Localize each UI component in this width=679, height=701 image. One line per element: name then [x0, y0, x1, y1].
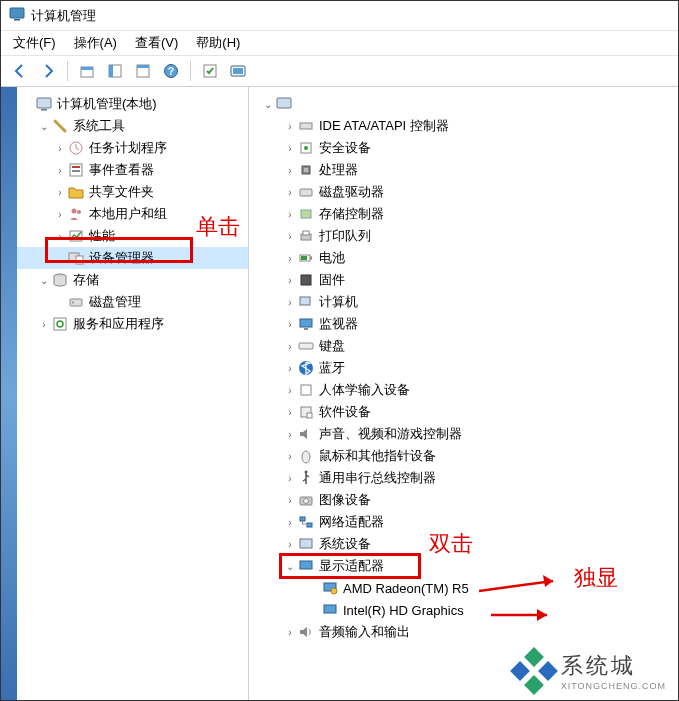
cat-security[interactable]: › 安全设备	[249, 137, 678, 159]
gpu-amd[interactable]: AMD Radeon(TM) R5	[249, 577, 678, 599]
expander-icon[interactable]: ›	[283, 539, 297, 550]
toolbar-separator	[67, 61, 68, 81]
expander-icon[interactable]: ›	[283, 231, 297, 242]
expander-icon[interactable]: ›	[53, 209, 67, 220]
cat-monitors[interactable]: › 监视器	[249, 313, 678, 335]
expander-icon[interactable]: ›	[283, 341, 297, 352]
content-area: 计算机管理(本地) ⌄ 系统工具 ›	[1, 87, 678, 700]
up-button[interactable]	[74, 58, 100, 84]
action-button-2[interactable]	[225, 58, 251, 84]
cat-system-devices[interactable]: › 系统设备	[249, 533, 678, 555]
gpu-icon	[321, 601, 339, 619]
expander-icon[interactable]: ›	[283, 209, 297, 220]
expander-icon[interactable]: ›	[283, 297, 297, 308]
cat-storage-ctrl[interactable]: › 存储控制器	[249, 203, 678, 225]
expander-icon[interactable]: ›	[53, 143, 67, 154]
menu-file[interactable]: 文件(F)	[5, 32, 64, 54]
expander-icon[interactable]: ›	[283, 385, 297, 396]
expander-icon[interactable]: ›	[53, 165, 67, 176]
menu-help[interactable]: 帮助(H)	[188, 32, 248, 54]
svg-rect-36	[301, 210, 311, 218]
svg-text:?: ?	[168, 66, 174, 77]
performance-icon	[67, 227, 85, 245]
cat-network[interactable]: › 网络适配器	[249, 511, 678, 533]
expander-icon[interactable]: ›	[283, 451, 297, 462]
tree-label: 任务计划程序	[89, 139, 167, 157]
tree-local-users[interactable]: › 本地用户和组	[17, 203, 248, 225]
view-button-1[interactable]	[102, 58, 128, 84]
expander-icon[interactable]: ⌄	[37, 121, 51, 132]
tree-label: 系统工具	[73, 117, 125, 135]
expander-icon[interactable]: ›	[283, 165, 297, 176]
gpu-intel[interactable]: Intel(R) HD Graphics	[249, 599, 678, 621]
svg-rect-48	[301, 385, 311, 395]
keyboard-icon	[297, 337, 315, 355]
view-button-2[interactable]	[130, 58, 156, 84]
tree-root[interactable]: 计算机管理(本地)	[17, 93, 248, 115]
tree-services[interactable]: › 服务和应用程序	[17, 313, 248, 335]
tree-shared-folders[interactable]: › 共享文件夹	[17, 181, 248, 203]
tree-device-root[interactable]: ⌄	[249, 93, 678, 115]
tree-label: 计算机	[319, 293, 358, 311]
expander-icon[interactable]: ›	[283, 275, 297, 286]
expander-icon[interactable]: ⌄	[261, 99, 275, 110]
tree-label: AMD Radeon(TM) R5	[343, 581, 469, 596]
tree-label: 安全设备	[319, 139, 371, 157]
cat-sound[interactable]: › 声音、视频和游戏控制器	[249, 423, 678, 445]
cat-disk-drives[interactable]: › 磁盘驱动器	[249, 181, 678, 203]
tree-event-viewer[interactable]: › 事件查看器	[17, 159, 248, 181]
expander-icon[interactable]: ›	[53, 187, 67, 198]
help-button[interactable]: ?	[158, 58, 184, 84]
expander-icon[interactable]: ›	[283, 121, 297, 132]
tree-label: 设备管理器	[89, 249, 154, 267]
expander-icon[interactable]: ›	[283, 473, 297, 484]
cat-print-queues[interactable]: › 打印队列	[249, 225, 678, 247]
cat-display-adapters[interactable]: ⌄ 显示适配器	[249, 555, 678, 577]
svg-rect-0	[10, 8, 24, 18]
tree-task-scheduler[interactable]: › 任务计划程序	[17, 137, 248, 159]
cat-firmware[interactable]: › 固件	[249, 269, 678, 291]
cat-software-devices[interactable]: › 软件设备	[249, 401, 678, 423]
cat-ide[interactable]: › IDE ATA/ATAPI 控制器	[249, 115, 678, 137]
menu-action[interactable]: 操作(A)	[66, 32, 125, 54]
cat-hid[interactable]: › 人体学输入设备	[249, 379, 678, 401]
menu-view[interactable]: 查看(V)	[127, 32, 186, 54]
tree-performance[interactable]: › 性能	[17, 225, 248, 247]
expander-icon[interactable]: ›	[283, 319, 297, 330]
action-button-1[interactable]	[197, 58, 223, 84]
tree-storage[interactable]: ⌄ 存储	[17, 269, 248, 291]
expander-icon[interactable]: ›	[283, 517, 297, 528]
expander-icon[interactable]: ›	[283, 253, 297, 264]
tree-label: 显示适配器	[319, 557, 384, 575]
expander-icon[interactable]: ›	[283, 143, 297, 154]
cat-mice[interactable]: › 鼠标和其他指针设备	[249, 445, 678, 467]
cat-imaging[interactable]: › 图像设备	[249, 489, 678, 511]
cat-audio[interactable]: › 音频输入和输出	[249, 621, 678, 643]
expander-icon[interactable]: ⌄	[283, 561, 297, 572]
cat-batteries[interactable]: › 电池	[249, 247, 678, 269]
expander-icon[interactable]: ›	[283, 407, 297, 418]
svg-rect-14	[41, 109, 47, 111]
forward-button[interactable]	[35, 58, 61, 84]
cat-bluetooth[interactable]: › 蓝牙	[249, 357, 678, 379]
tree-label: 电池	[319, 249, 345, 267]
expander-icon[interactable]: ›	[283, 627, 297, 638]
tree-system-tools[interactable]: ⌄ 系统工具	[17, 115, 248, 137]
tree-disk-management[interactable]: 磁盘管理	[17, 291, 248, 313]
expander-icon[interactable]: ›	[53, 231, 67, 242]
expander-icon[interactable]: ›	[283, 429, 297, 440]
cat-usb[interactable]: › 通用串行总线控制器	[249, 467, 678, 489]
back-button[interactable]	[7, 58, 33, 84]
cat-processors[interactable]: › 处理器	[249, 159, 678, 181]
expander-icon[interactable]: ›	[283, 187, 297, 198]
cat-keyboards[interactable]: › 键盘	[249, 335, 678, 357]
svg-point-26	[72, 302, 74, 304]
chip-icon	[297, 271, 315, 289]
cat-computer[interactable]: › 计算机	[249, 291, 678, 313]
expander-icon[interactable]: ›	[283, 363, 297, 374]
event-icon	[67, 161, 85, 179]
expander-icon[interactable]: ›	[283, 495, 297, 506]
expander-icon[interactable]: ⌄	[37, 275, 51, 286]
tree-device-manager[interactable]: 设备管理器	[17, 247, 248, 269]
expander-icon[interactable]: ›	[37, 319, 51, 330]
